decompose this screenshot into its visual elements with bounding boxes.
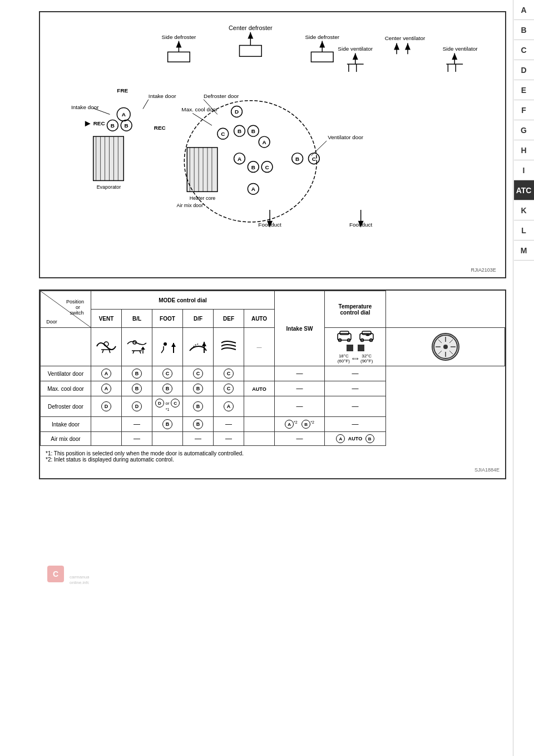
sidebar-letter-l: L [514, 220, 534, 240]
amd-bl: — [122, 432, 152, 446]
amd-def: — [214, 432, 244, 446]
mcd-temp: — [325, 381, 386, 396]
svg-marker-4 [176, 41, 181, 48]
temp-control-dial [432, 333, 459, 361]
svg-text:Door: Door [46, 319, 57, 325]
notes-area: *1: This position is selected only when … [40, 446, 505, 467]
id-vent [91, 417, 122, 432]
svg-text:B: B [295, 156, 299, 162]
svg-text:C: C [221, 131, 225, 137]
sidebar-letter-g: G [514, 120, 534, 140]
id-def: — [214, 417, 244, 432]
defroster-door-row: Defroster door D D D or C *1 B A — [41, 396, 505, 417]
note-1: *1: This position is selected only when … [46, 450, 500, 456]
mcd-foot: B [152, 381, 183, 396]
id-foot: B [152, 417, 183, 432]
sidebar-letter-i: I [514, 160, 534, 180]
svg-text:switch: switch [70, 310, 83, 316]
svg-text:A: A [263, 139, 266, 145]
svg-marker-15 [452, 53, 457, 60]
rec-left-label: REC [93, 120, 105, 126]
svg-text:Position: Position [66, 299, 84, 305]
sidebar-letter-k: K [514, 200, 534, 220]
main-content: Center defroster Side defroster Side def… [0, 0, 513, 602]
amd-foot [152, 432, 183, 446]
heater-core-label: Heater core [190, 195, 216, 201]
intake-door-row: Intake door — B B — A*2 B*2 — [41, 417, 505, 432]
vd-temp: — [325, 366, 386, 381]
dd-df: B [183, 396, 214, 417]
amd-auto [244, 432, 275, 446]
watermark: C carmanuals online.info [44, 563, 89, 585]
svg-line-26 [143, 100, 149, 109]
foot-header: FOOT [152, 310, 183, 328]
watermark-area: C carmanuals online.info [33, 479, 502, 591]
ventilator-door-label-cell: Ventilator door [41, 366, 91, 381]
svg-marker-7 [319, 41, 325, 48]
control-table: Position or switch Door MODE control dia… [40, 291, 505, 446]
center-defroster-label: Center defroster [229, 24, 273, 31]
svg-text:B: B [251, 128, 255, 134]
def-icon-cell [214, 328, 244, 366]
amd-vent [91, 432, 122, 446]
max-cool-door-row: Max. cool door A B B B C AUTO — — [41, 381, 505, 396]
table-ref-code: SJIA1884E [40, 467, 505, 473]
air-mix-door-label-cell: Air mix door [41, 432, 91, 446]
vd-df: C [183, 366, 214, 381]
dd-auto [244, 396, 275, 417]
svg-rect-5 [168, 52, 190, 62]
svg-rect-39 [187, 148, 217, 192]
svg-text:B: B [111, 122, 115, 129]
svg-text:online.info: online.info [70, 580, 89, 585]
dd-def: A [214, 396, 244, 417]
id-intake: A*2 B*2 [275, 417, 325, 432]
mcd-bl: B [122, 381, 152, 396]
svg-rect-8 [311, 52, 333, 62]
side-ventilator-left-label: Side ventilator [338, 46, 373, 52]
vd-bl: B [122, 366, 152, 381]
amd-temp: A AUTO B [325, 432, 386, 446]
mcd-def: C [214, 381, 244, 396]
svg-rect-95 [340, 331, 349, 335]
sidebar-letter-b: B [514, 20, 534, 40]
air-mix-door-label: Air mix door [176, 203, 203, 208]
svg-text:carmanuals: carmanuals [70, 575, 89, 580]
id-auto [244, 417, 275, 432]
bl-icon-cell [122, 328, 152, 366]
svg-point-103 [443, 345, 448, 349]
auto-icon-cell: — [244, 328, 275, 366]
rec-right-label: REC [154, 125, 166, 131]
svg-marker-27 [85, 121, 91, 126]
side-ventilator-right-label: Side ventilator [443, 46, 478, 52]
mode-control-dial-header: MODE control dial [91, 291, 275, 310]
vent-icon-cell [91, 328, 122, 366]
defroster-door-label-cell: Defroster door [41, 396, 91, 417]
svg-marker-10 [353, 53, 358, 60]
hvac-diagram-box: Center defroster Side defroster Side def… [39, 11, 506, 278]
amd-df: — [183, 432, 214, 446]
dd-temp: — [325, 396, 386, 417]
svg-text:B: B [125, 122, 128, 129]
dd-foot: D or C *1 [152, 396, 183, 417]
auto-header: AUTO [244, 310, 275, 328]
svg-text:C: C [265, 164, 269, 170]
id-df: B [183, 417, 214, 432]
evaporator-label: Evaporator [97, 184, 121, 190]
def-header: DEF [214, 310, 244, 328]
svg-rect-99 [362, 331, 371, 335]
svg-line-83 [109, 350, 110, 353]
sidebar-letter-f: F [514, 100, 534, 120]
sidebar: A B C D E F G H I ATC K L M [513, 0, 534, 756]
svg-text:C: C [312, 156, 316, 162]
foot-icon-cell [152, 328, 183, 366]
intake-door-label-cell: Intake door [41, 417, 91, 432]
df-icon-cell [183, 328, 214, 366]
svg-text:A: A [122, 111, 126, 117]
id-bl: — [122, 417, 152, 432]
svg-rect-32 [93, 136, 124, 180]
mcd-auto: AUTO [244, 381, 275, 396]
svg-marker-88 [141, 347, 145, 350]
df-header: D/F [183, 310, 214, 328]
center-ventilator-label: Center ventilator [385, 35, 426, 41]
mcd-intake: — [275, 381, 325, 396]
